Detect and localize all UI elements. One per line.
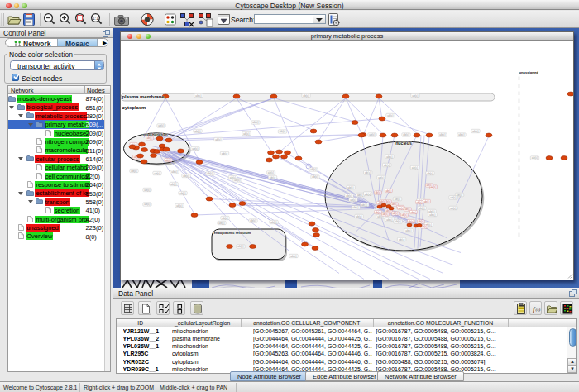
svg-text:ab(c): ab(c) [408, 219, 414, 222]
svg-text:ab(c): ab(c) [218, 221, 224, 224]
svg-text:endoplasmic reticulum: endoplasmic reticulum [214, 230, 251, 234]
svg-text:ab(c): ab(c) [386, 218, 392, 221]
svg-text:ab(c): ab(c) [423, 199, 429, 203]
svg-text:ab(c): ab(c) [439, 133, 445, 136]
svg-text:ab(c): ab(c) [418, 220, 423, 223]
svg-text:ab(c): ab(c) [183, 174, 189, 177]
svg-text:ab(c): ab(c) [386, 155, 392, 158]
svg-text:ab(c): ab(c) [144, 203, 150, 206]
svg-text:ab(c): ab(c) [361, 203, 367, 206]
svg-text:ab(c): ab(c) [243, 131, 249, 135]
svg-text:ab(c): ab(c) [131, 169, 136, 172]
svg-text:ab(c): ab(c) [421, 225, 427, 228]
svg-text:ab(c): ab(c) [195, 93, 201, 97]
svg-text:ab(c): ab(c) [303, 93, 309, 97]
svg-text:ab(c): ab(c) [405, 228, 411, 232]
svg-text:ab(c): ab(c) [401, 213, 407, 217]
svg-text:ab(c): ab(c) [270, 220, 276, 223]
svg-text:ab(c): ab(c) [237, 245, 243, 248]
svg-text:ab(c): ab(c) [154, 171, 160, 174]
svg-text:ab(c): ab(c) [399, 237, 404, 241]
svg-text:ab(c): ab(c) [270, 175, 275, 179]
svg-text:ab(c): ab(c) [365, 171, 371, 174]
svg-text:(x): (x) [535, 308, 540, 312]
svg-text:ab(c): ab(c) [310, 168, 316, 171]
svg-text:ab(c): ab(c) [207, 172, 213, 175]
svg-text:ab(c): ab(c) [146, 136, 152, 140]
svg-text:ab(c): ab(c) [458, 133, 464, 136]
svg-text:ab(c): ab(c) [192, 146, 198, 150]
svg-text:ab(c): ab(c) [398, 206, 404, 209]
svg-text:ab(c): ab(c) [365, 192, 371, 195]
svg-text:ab(c): ab(c) [222, 216, 227, 219]
svg-text:ab(c): ab(c) [532, 156, 538, 160]
svg-text:ab(c): ab(c) [403, 133, 409, 136]
svg-text:ab(c): ab(c) [429, 213, 435, 216]
svg-text:ab(c): ab(c) [347, 185, 353, 189]
svg-text:ab(c): ab(c) [375, 210, 380, 213]
svg-text:ab(c): ab(c) [416, 200, 422, 203]
svg-text:ab(c): ab(c) [176, 203, 182, 207]
svg-text:ab(c): ab(c) [171, 170, 177, 174]
svg-text:ab(c): ab(c) [472, 129, 478, 132]
svg-text:nucleus: nucleus [395, 140, 412, 145]
svg-text:cytoplasm: cytoplasm [122, 104, 146, 109]
svg-text:ab(c): ab(c) [412, 93, 418, 97]
svg-text:ab(c): ab(c) [165, 158, 171, 161]
svg-text:ab(c): ab(c) [215, 137, 221, 141]
svg-text:ab(c): ab(c) [395, 220, 400, 223]
svg-text:mitochondrion: mitochondrion [142, 131, 167, 136]
svg-text:ab(c): ab(c) [252, 121, 258, 124]
svg-text:ab(c): ab(c) [194, 129, 200, 132]
svg-text:ab(c): ab(c) [179, 191, 185, 194]
svg-text:ab(c): ab(c) [222, 151, 227, 155]
svg-text:ab(c): ab(c) [450, 206, 456, 209]
svg-text:ab(c): ab(c) [144, 188, 150, 191]
svg-text:ab(c): ab(c) [412, 165, 418, 169]
svg-text:ab(c): ab(c) [356, 214, 361, 218]
svg-text:ab(c): ab(c) [280, 130, 285, 133]
svg-text:unassigned: unassigned [519, 70, 539, 74]
svg-text:ab(c): ab(c) [387, 113, 393, 117]
svg-text:ab(c): ab(c) [427, 171, 433, 174]
svg-text:ab(c): ab(c) [290, 254, 296, 257]
svg-text:ab(c): ab(c) [385, 189, 391, 192]
svg-text:ab(c): ab(c) [250, 219, 256, 222]
svg-text:ab(c): ab(c) [380, 200, 385, 203]
svg-text:ab(c): ab(c) [312, 175, 318, 179]
svg-text:ab(c): ab(c) [268, 171, 274, 174]
svg-text:ab(c): ab(c) [234, 179, 240, 182]
svg-text:ab(c): ab(c) [384, 163, 390, 166]
svg-text:ab(c): ab(c) [375, 191, 380, 194]
svg-text:ab(c): ab(c) [395, 197, 400, 200]
svg-text:ab(c): ab(c) [378, 175, 384, 179]
svg-text:ab(c): ab(c) [392, 212, 398, 215]
svg-text:ab(c): ab(c) [419, 206, 424, 209]
svg-text:1:1: 1:1 [93, 16, 98, 21]
svg-text:ab(c): ab(c) [346, 194, 352, 197]
svg-text:ab(c): ab(c) [352, 206, 358, 209]
svg-text:ab(c): ab(c) [426, 184, 432, 187]
svg-text:ab(c): ab(c) [357, 193, 363, 196]
svg-text:plasma membrane: plasma membrane [122, 93, 165, 98]
svg-text:ab(c): ab(c) [450, 196, 456, 199]
svg-text:ab(c): ab(c) [369, 133, 375, 136]
svg-text:ab(c): ab(c) [158, 124, 164, 127]
svg-text:ab(c): ab(c) [350, 198, 356, 201]
svg-text:ab(c): ab(c) [170, 182, 176, 185]
svg-text:ab(c): ab(c) [410, 210, 416, 213]
svg-text:ab(c): ab(c) [382, 213, 388, 216]
